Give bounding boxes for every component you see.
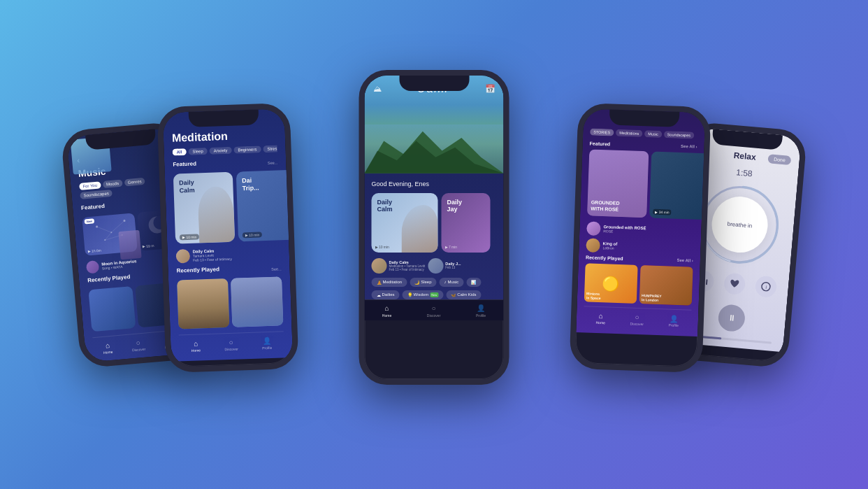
nav-label-home-2: Home xyxy=(191,348,201,352)
feat-card-ksleep[interactable]: ▶ 34 min xyxy=(649,151,705,220)
phone-meditation: Meditation All Sleep Anxiety Beginners S… xyxy=(157,102,298,372)
calendar-icon: 📅 xyxy=(485,84,496,94)
cat-meditation[interactable]: 🧘 Meditation xyxy=(372,278,407,287)
nav-home-3[interactable]: ⌂ Home xyxy=(382,304,391,318)
nav-profile-2[interactable]: 👤 Profile xyxy=(262,336,273,349)
rec-name-2: Daily J... xyxy=(445,262,461,266)
rec-date-2: Feb 13 xyxy=(445,266,461,269)
svg-text:i: i xyxy=(765,284,767,289)
feat-card-trip[interactable]: DaiTrip... ▶ 10 min xyxy=(236,169,294,241)
relax-title: Relax xyxy=(733,150,756,162)
grounded-title: GROUNDEDWITH ROSÉ xyxy=(591,199,619,212)
daily-calm-row: Daily Calm Tamara Levitt Feb 13 • Fear o… xyxy=(176,246,282,263)
nav-label-profile-2: Profile xyxy=(262,345,272,349)
feat-card-title-1: DailyCalm xyxy=(179,178,195,194)
nav-home-2[interactable]: ⌂ Home xyxy=(191,339,201,352)
king-row: King of LeBron xyxy=(586,238,694,255)
cloud-icon: ☁ xyxy=(377,292,381,297)
nav-profile-3[interactable]: 👤 Profile xyxy=(476,304,486,318)
rec-card-med-2[interactable] xyxy=(231,276,283,327)
rec-card-humphrey[interactable]: HUMPHREYin London xyxy=(639,265,693,306)
grounded-row: Grounded with ROSÉ ROSÉ xyxy=(586,221,695,239)
meditation-filters: All Sleep Anxiety Beginners Stres... xyxy=(173,145,277,155)
see-all-featured-med[interactable]: See... xyxy=(268,160,278,164)
see-all-recently-sleep[interactable]: See All › xyxy=(677,257,693,263)
cat-sleep-label: Sleep xyxy=(421,280,431,284)
filter-beginners[interactable]: Beginners xyxy=(233,146,261,153)
discover-icon-4: ○ xyxy=(632,312,641,320)
cat-music[interactable]: ♪ Music xyxy=(440,278,464,287)
feat-card-time-1: ▶ 10 min xyxy=(180,234,200,240)
rec-card-minions[interactable]: 🟡 Minionsin Space xyxy=(584,263,638,304)
calm-content: Good Evening, Enes DailyCalm ▶ 10 min Da… xyxy=(365,173,504,299)
tag-dailies[interactable]: ☁ Dailies xyxy=(372,290,400,299)
bottom-nav-2: ⌂ Home ○ Discover 👤 Profile xyxy=(179,331,284,354)
tag-calm-kids[interactable]: 🦋 Calm Kids xyxy=(446,290,481,299)
ksleep-time: ▶ 34 min xyxy=(653,208,672,215)
more-icon: 📊 xyxy=(471,280,476,285)
recently-label: Recently Played xyxy=(586,255,623,261)
nav-label-discover-3: Discover xyxy=(427,313,440,318)
cat-music-label: Music xyxy=(448,280,459,284)
feat-card-time-2: ▶ 10 min xyxy=(243,232,263,238)
recently-row-calm: Daily Calm Meditation • Tamara Levitt Fe… xyxy=(372,258,497,274)
filter-all[interactable]: All xyxy=(173,148,187,156)
nav-discover-1[interactable]: ○ Discover xyxy=(131,337,146,352)
nav-discover-4[interactable]: ○ Discover xyxy=(630,312,644,326)
bottom-nav-4: ⌂ Home ○ Discover 👤 Profile xyxy=(584,306,692,329)
see-all-sleep[interactable]: See All › xyxy=(681,143,697,149)
svg-rect-17 xyxy=(706,279,708,285)
nav-label-profile-4: Profile xyxy=(669,323,679,327)
breathe-circle: breathe in xyxy=(698,183,781,266)
king-avatar xyxy=(586,238,600,253)
nav-discover-3[interactable]: ○ Discover xyxy=(427,304,440,318)
section-featured-sleep: Featured See All › xyxy=(590,141,697,149)
category-row: 🧘 Meditation 🌙 Sleep ♪ Music 📊 xyxy=(372,278,497,287)
music-icon: ♪ xyxy=(444,280,447,284)
daily-calm-time: ▶ 10 min xyxy=(375,245,389,249)
feat-card-daily-calm[interactable]: DailyCalm ▶ 10 min xyxy=(173,171,235,243)
filter-anxiety[interactable]: Anxiety xyxy=(210,146,232,154)
feat-card-grounded[interactable]: GROUNDEDWITH ROSÉ xyxy=(587,149,649,218)
pause-icon: ⏸ xyxy=(727,313,736,323)
bottom-nav-3: ⌂ Home ○ Discover 👤 Profile xyxy=(365,299,504,320)
filter-meditations[interactable]: Meditations xyxy=(616,129,642,136)
cat-more[interactable]: 📊 xyxy=(466,278,481,287)
breathe-text: breathe in xyxy=(727,220,752,229)
done-button[interactable]: Done xyxy=(768,153,792,164)
section-recently-med: Recently Played xyxy=(176,266,219,274)
profile-icon-3: 👤 xyxy=(477,304,485,313)
pause-button[interactable]: ⏸ xyxy=(717,304,746,332)
section-recently-sleep: Recently Played See All › xyxy=(586,255,693,263)
daily-calm-avatar xyxy=(176,248,191,263)
filter-stress[interactable]: Stres... xyxy=(263,145,277,153)
sleep-filters: STORIES Meditations Music Soundscapes xyxy=(590,128,697,139)
filter-soundscapes[interactable]: Soundscapes xyxy=(664,131,695,139)
nav-label-discover: Discover xyxy=(132,346,146,352)
cat-sleep[interactable]: 🌙 Sleep xyxy=(410,278,436,287)
tag-wisdom[interactable]: 💡 Wisdom New xyxy=(403,290,444,299)
profile-icon-4: 👤 xyxy=(670,313,678,322)
daily-jay-card[interactable]: DailyJay ▶ 7 min xyxy=(442,193,491,253)
home-icon-4: ⌂ xyxy=(596,311,605,319)
featured-row-med: DailyCalm ▶ 10 min DaiTrip... ▶ 10 min xyxy=(173,170,280,243)
tag-row: ☁ Dailies 💡 Wisdom New 🦋 Calm Kids xyxy=(372,290,497,299)
see-all-recently-med[interactable]: See... xyxy=(271,267,282,271)
recently-row-med xyxy=(177,276,283,329)
filter-music-sleep[interactable]: Music xyxy=(644,130,662,138)
nav-profile-4[interactable]: 👤 Profile xyxy=(669,313,679,327)
filter-sleep[interactable]: Sleep xyxy=(188,147,208,155)
info-button[interactable]: i xyxy=(755,275,778,298)
nav-label-discover-4: Discover xyxy=(630,321,644,326)
phone-sleep: STORIES Meditations Music Soundscapes Fe… xyxy=(569,102,711,372)
rec-card-med-1[interactable] xyxy=(177,278,229,329)
nav-discover-2[interactable]: ○ Discover xyxy=(224,337,238,351)
discover-icon-2: ○ xyxy=(227,337,236,346)
screen-title-meditation: Meditation xyxy=(172,128,277,144)
heart-button[interactable] xyxy=(723,272,746,295)
filter-stories[interactable]: STORIES xyxy=(590,128,614,136)
grounded-avatar xyxy=(586,221,601,236)
daily-calm-card[interactable]: DailyCalm ▶ 10 min xyxy=(372,193,438,253)
nav-home-4[interactable]: ⌂ Home xyxy=(595,311,605,324)
greeting-text: Good Evening, Enes xyxy=(372,180,497,187)
